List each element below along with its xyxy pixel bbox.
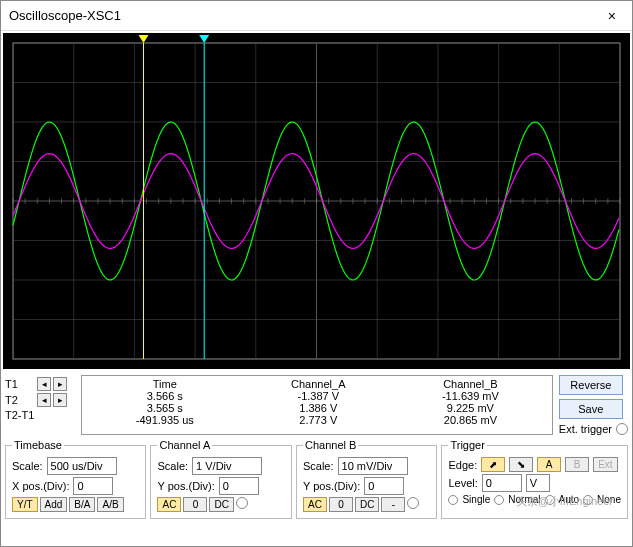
tb-scale-input[interactable] (47, 457, 117, 475)
trig-level-unit[interactable] (526, 474, 550, 492)
t1-label: T1 (5, 378, 35, 390)
trig-edge-label: Edge: (448, 459, 477, 471)
t2-a: 1.386 V (244, 402, 393, 414)
cha-ac-button[interactable]: AC (157, 497, 181, 512)
trig-src-ext-button[interactable]: Ext (593, 457, 617, 472)
title-bar: Oscilloscope-XSC1 × (1, 1, 632, 31)
t2-right-button[interactable]: ▸ (53, 393, 67, 407)
chb-ypos-input[interactable] (364, 477, 404, 495)
trig-level-input[interactable] (482, 474, 522, 492)
tb-xpos-input[interactable] (73, 477, 113, 495)
t1-a: -1.387 V (244, 390, 393, 402)
cursor-controls: T1 ◂ ▸ T2 ◂ ▸ T2-T1 (5, 375, 75, 435)
measurement-table: Time Channel_A Channel_B 3.566 s -1.387 … (81, 375, 553, 435)
oscilloscope-window: Oscilloscope-XSC1 × T1 ◂ ▸ T2 ◂ ▸ T2-T1 (0, 0, 633, 547)
window-title: Oscilloscope-XSC1 (9, 8, 600, 23)
cha-ypos-label: Y pos.(Div): (157, 480, 214, 492)
diff-a: 2.773 V (244, 414, 393, 426)
trig-auto-label: Auto (559, 494, 580, 505)
trigger-group: Trigger Edge: ⬈ ⬊ A B Ext Level: Single … (441, 439, 628, 519)
t1-left-button[interactable]: ◂ (37, 377, 51, 391)
trig-level-label: Level: (448, 477, 477, 489)
hdr-cha: Channel_A (244, 378, 393, 390)
scope-display[interactable] (3, 33, 630, 369)
t1-b: -11.639 mV (393, 390, 548, 402)
mode-yt-button[interactable]: Y/T (12, 497, 38, 512)
t1-right-button[interactable]: ▸ (53, 377, 67, 391)
cha-scale-input[interactable] (192, 457, 262, 475)
timebase-legend: Timebase (12, 439, 64, 451)
channel-a-group: Channel A Scale: Y pos.(Div): AC 0 DC (150, 439, 291, 519)
trig-normal-label: Normal (508, 494, 540, 505)
chb-legend: Channel B (303, 439, 358, 451)
trig-legend: Trigger (448, 439, 486, 451)
tb-scale-label: Scale: (12, 460, 43, 472)
trig-src-b-button[interactable]: B (565, 457, 589, 472)
mode-add-button[interactable]: Add (40, 497, 68, 512)
measurement-row: T1 ◂ ▸ T2 ◂ ▸ T2-T1 Time Channel_A Chann… (1, 371, 632, 439)
trig-single-label: Single (462, 494, 490, 505)
channel-b-group: Channel B Scale: Y pos.(Div): AC 0 DC - (296, 439, 437, 519)
svg-marker-75 (199, 35, 209, 43)
mode-ba-button[interactable]: B/A (69, 497, 95, 512)
cha-ypos-input[interactable] (219, 477, 259, 495)
chb-ac-button[interactable]: AC (303, 497, 327, 512)
t2-label: T2 (5, 394, 35, 406)
diff-time: -491.935 us (86, 414, 244, 426)
t1-time: 3.566 s (86, 390, 244, 402)
chb-ypos-label: Y pos.(Div): (303, 480, 360, 492)
close-icon[interactable]: × (600, 8, 624, 24)
chb-zero-button[interactable]: 0 (329, 497, 353, 512)
chb-connector-icon (407, 497, 419, 509)
edge-fall-button[interactable]: ⬊ (509, 457, 533, 472)
trig-none-radio[interactable] (583, 495, 593, 505)
cha-scale-label: Scale: (157, 460, 188, 472)
diff-b: 20.865 mV (393, 414, 548, 426)
timebase-group: Timebase Scale: X pos.(Div): Y/T Add B/A… (5, 439, 146, 519)
cha-zero-button[interactable]: 0 (183, 497, 207, 512)
edge-rise-button[interactable]: ⬈ (481, 457, 505, 472)
svg-marker-73 (139, 35, 149, 43)
trig-src-a-button[interactable]: A (537, 457, 561, 472)
trig-single-radio[interactable] (448, 495, 458, 505)
ext-trigger-label: Ext. trigger (559, 423, 612, 435)
chb-minus-button[interactable]: - (381, 497, 405, 512)
t2-b: 9.225 mV (393, 402, 548, 414)
trig-normal-radio[interactable] (494, 495, 504, 505)
hdr-chb: Channel_B (393, 378, 548, 390)
trig-auto-radio[interactable] (545, 495, 555, 505)
t2t1-label: T2-T1 (5, 409, 34, 421)
hdr-time: Time (86, 378, 244, 390)
mode-ab-button[interactable]: A/B (97, 497, 123, 512)
chb-scale-label: Scale: (303, 460, 334, 472)
tb-xpos-label: X pos.(Div): (12, 480, 69, 492)
cha-legend: Channel A (157, 439, 212, 451)
t2-left-button[interactable]: ◂ (37, 393, 51, 407)
chb-scale-input[interactable] (338, 457, 408, 475)
cha-dc-button[interactable]: DC (209, 497, 233, 512)
chb-dc-button[interactable]: DC (355, 497, 379, 512)
control-row: Timebase Scale: X pos.(Div): Y/T Add B/A… (1, 439, 632, 523)
trig-none-label: None (597, 494, 621, 505)
cha-connector-icon (236, 497, 248, 509)
reverse-button[interactable]: Reverse (559, 375, 623, 395)
action-buttons: Reverse Save Ext. trigger (559, 375, 628, 435)
ext-trigger-indicator (616, 423, 628, 435)
save-button[interactable]: Save (559, 399, 623, 419)
t2-time: 3.565 s (86, 402, 244, 414)
